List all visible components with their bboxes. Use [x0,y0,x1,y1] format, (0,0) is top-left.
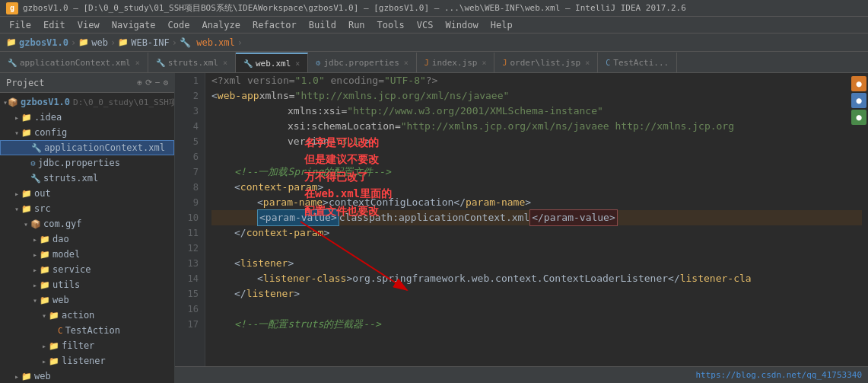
right-buttons: ● ● ● [850,73,868,128]
tab-testaction[interactable]: C TestActi... [598,53,677,72]
tree-label-appctx: applicationContext.xml [44,142,165,153]
tree-label-web-root: web [34,371,51,381]
menu-item-refactor[interactable]: Refactor [246,17,303,34]
menu-item-edit[interactable]: Edit [37,17,72,34]
tab-close-orderlist[interactable]: × [585,59,590,67]
tree-item-web-root[interactable]: ▸ 📁 web [0,369,174,383]
tree-item-utils[interactable]: ▸ 📁 utils [0,277,174,292]
tree-item-filter[interactable]: ▸ 📁 filter [0,338,174,353]
tree-icon-dao: 📁 [40,235,50,244]
menu-bar: FileEditViewNavigateCodeAnalyzeRefactorB… [0,17,868,34]
tree-label-root-path: D:\0_0_study\01_SSH项目BOS系统\ [73,97,174,108]
tree-label-model: model [52,249,80,260]
code-line-9: <param-name> contextConfigLocation </par… [211,195,862,210]
tree-item-jdbc[interactable]: ⚙ jdbc.properties [0,155,174,171]
tree-item-service[interactable]: ▸ 📁 service [0,262,174,277]
tree-item-config[interactable]: ▾ 📁 config [0,125,174,140]
sidebar-collapse-btn[interactable]: − [155,78,161,88]
tab-struts[interactable]: 🔧 struts.xml × [148,53,236,72]
tab-icon-web: 🔧 [243,59,253,68]
tree-label-src: src [34,203,51,214]
menu-item-analyze[interactable]: Analyze [196,17,246,34]
app-icon: g [6,2,18,14]
tree-label-comgyf: com.gyf [43,219,82,229]
tree-item-comgyf[interactable]: ▾ 📦 com.gyf [0,216,174,231]
tree-icon-web-src: 📁 [40,295,50,305]
tree-item-out[interactable]: ▸ 📁 out [0,186,174,201]
code-line-15: </listener> [211,286,862,302]
right-btn-orange[interactable]: ● [851,76,866,91]
tree-item-root[interactable]: ▾ 📦 gzbosV1.0 D:\0_0_study\01_SSH项目BOS系统… [0,94,174,110]
code-line-6 [211,149,862,164]
line-num-17: 17 [175,317,199,332]
code-line-5: version="3.1"> [211,134,862,149]
line-num-11: 11 [175,225,199,241]
tree-label-struts: struts.xml [43,173,98,184]
menu-item-build[interactable]: Build [303,17,342,34]
breadcrumb-item-1[interactable]: gzbosV1.0 [19,37,68,48]
code-editor[interactable]: <?xml version="1.0" encoding="UTF-8"?> <… [205,73,868,366]
code-line-3: xmlns:xsi="http://www.w3.org/2001/XMLSch… [211,104,862,119]
tree-item-web-src[interactable]: ▾ 📁 web [0,292,174,308]
line-num-3: 3 [175,104,199,119]
breadcrumb-item-3[interactable]: WEB-INF [131,37,170,48]
tab-orderlist[interactable]: J order\list.jsp × [494,53,598,72]
tree-arrow-service: ▸ [30,266,40,274]
tree-icon-action: 📁 [49,311,59,321]
tree-item-action[interactable]: ▾ 📁 action [0,308,174,323]
sidebar-sync-btn[interactable]: ⟳ [145,78,152,88]
right-btn-blue[interactable]: ● [851,93,866,108]
tab-applicationcontext[interactable]: 🔧 applicationContext.xml × [0,53,148,72]
breadcrumb-item-4[interactable]: 🔧 web.xml [180,37,235,48]
tab-web[interactable]: 🔧 web.xml × [236,53,308,72]
tree-item-applicationcontext[interactable]: 🔧 applicationContext.xml [0,140,174,155]
tree-icon-idea: 📁 [21,113,32,123]
tab-close-applicationcontext[interactable]: × [135,59,140,67]
editor-area: ● ● ● 名字是可以改的 但是建议不要改 万不得已改了 在web.xml里面的… [175,73,868,383]
tab-close-struts[interactable]: × [223,59,227,67]
tree-icon-struts: 🔧 [30,174,41,184]
code-line-1: <?xml version="1.0" encoding="UTF-8"?> [211,73,862,88]
tree-label-filter: filter [62,340,94,351]
code-line-13: <listener> [211,256,862,271]
tree-item-testaction[interactable]: C TestAction [0,323,174,338]
tab-close-jdbc[interactable]: × [404,59,409,67]
tree-icon-web-root: 📁 [21,372,32,381]
tree-item-dao[interactable]: ▸ 📁 dao [0,231,174,247]
tree-item-model[interactable]: ▸ 📁 model [0,247,174,262]
sidebar-add-btn[interactable]: ⊕ [137,78,142,88]
sidebar-settings-btn[interactable]: ⚙ [163,78,168,88]
xml-decl-1: <?xml version="1.0" encoding="UTF-8"?> [211,73,437,88]
param-value-close-tag: </param-value> [529,209,618,226]
code-line-2: <web-app xmlns="http://xmlns.jcp.org/xml… [211,88,862,104]
right-btn-green[interactable]: ● [851,110,866,125]
menu-item-view[interactable]: View [72,17,106,34]
menu-item-code[interactable]: Code [162,17,196,34]
sidebar-title: Project [6,78,45,88]
tree-item-struts[interactable]: 🔧 struts.xml [0,171,174,186]
tree-item-src[interactable]: ▾ 📁 src [0,201,174,216]
menu-item-tools[interactable]: Tools [371,17,411,34]
tree-arrow-utils: ▸ [30,281,40,289]
tree-icon-root: 📦 [8,97,18,107]
tab-close-web[interactable]: × [295,59,300,68]
tree-item-listener[interactable]: ▸ 📁 listener [0,353,174,369]
tab-index[interactable]: J index.jsp × [417,53,495,72]
param-value-open-tag: <param-value> [257,209,339,226]
tree-label-action: action [62,310,94,321]
tree-arrow-idea: ▸ [12,113,21,122]
tab-jdbc[interactable]: ⚙ jdbc.properties × [308,53,416,72]
menu-item-file[interactable]: File [3,17,37,34]
menu-item-help[interactable]: Help [485,17,519,34]
menu-item-navigate[interactable]: Navigate [106,17,162,34]
tree-item-idea[interactable]: ▸ 📁 .idea [0,110,174,125]
tab-close-index[interactable]: × [482,59,486,67]
tree-label-root: gzbosV1.0 [21,97,70,107]
menu-item-window[interactable]: Window [439,17,484,34]
breadcrumb-item-2[interactable]: web [91,37,108,48]
menu-item-vcs[interactable]: VCS [411,17,440,34]
breadcrumb: 📁 gzbosV1.0 › 📁 web › 📁 WEB-INF › 🔧 web.… [0,34,868,52]
menu-item-run[interactable]: Run [342,17,371,34]
line-num-16: 16 [175,302,199,317]
line-num-9: 9 [175,195,199,210]
